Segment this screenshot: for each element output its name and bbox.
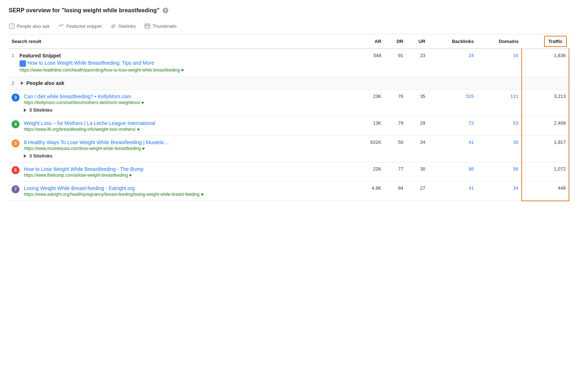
domains-cell: 53 <box>477 117 522 136</box>
ur-cell: 35 <box>406 90 428 117</box>
result-url: https://www.healthline.com/health/parent… <box>20 68 184 73</box>
result-badge: 7 <box>12 185 20 193</box>
backlinks-cell: 515 <box>428 90 476 117</box>
col-dr: DR <box>384 34 406 49</box>
result-url: https://www.llli.org/breastfeeding-info/… <box>24 127 155 132</box>
col-ar: AR <box>355 34 384 49</box>
ar-cell: 13K <box>355 117 384 136</box>
ar-cell: 548 <box>355 49 384 77</box>
traffic-cell: 1,072 <box>522 163 569 182</box>
backlinks-cell: 41 <box>428 182 476 201</box>
traffic-cell: 3,213 <box>522 90 569 117</box>
table-row: 4 Weight Loss – for Mothers | La Leche L… <box>9 117 569 136</box>
ar-cell: 22K <box>355 163 384 182</box>
table-row: 7 Losing Weight While Breast-feeding - E… <box>9 182 569 201</box>
section-label: People also ask <box>26 80 64 86</box>
backlinks-link[interactable]: 515 <box>466 94 474 99</box>
arrow-right-icon <box>21 81 23 85</box>
table-row: 6 How to Lose Weight While Breastfeeding… <box>9 163 569 182</box>
ar-cell: 23K <box>355 90 384 117</box>
backlinks-cell: 41 <box>428 136 476 163</box>
dr-cell: 91 <box>384 49 406 77</box>
result-url: https://www.mustelausa.com/lose-weight-w… <box>24 146 169 151</box>
table-header-row: Search result AR DR UR Backlinks Domains… <box>9 34 569 49</box>
serp-table: Search result AR DR UR Backlinks Domains… <box>9 34 569 201</box>
result-cell: 7 Losing Weight While Breast-feeding - E… <box>9 182 355 201</box>
sitelinks-label: 3 Sitelinks <box>24 153 169 159</box>
filter-people-also-ask-label: People also ask <box>17 23 50 29</box>
featured-snippet-icon: ❝❞ <box>59 23 64 29</box>
dr-cell: 77 <box>384 163 406 182</box>
people-also-ask-icon: ? <box>9 23 14 29</box>
result-link[interactable]: How to Lose Weight While Breastfeeding: … <box>27 60 154 66</box>
traffic-cell <box>522 77 569 90</box>
table-row: 2 People also ask <box>9 77 569 90</box>
filter-bar: ? People also ask ❝❞ Featured snippet Si… <box>9 20 569 34</box>
filter-featured-snippet-label: Featured snippet <box>66 23 102 29</box>
domains-link[interactable]: 56 <box>513 166 518 172</box>
svg-text:❝❞: ❝❞ <box>59 23 64 29</box>
sitelinks-arrow <box>24 154 26 158</box>
filter-people-also-ask[interactable]: ? People also ask <box>9 23 50 29</box>
filter-sitelinks[interactable]: Sitelinks <box>110 23 135 29</box>
ur-cell: 23 <box>406 49 428 77</box>
result-badge: 4 <box>12 120 20 128</box>
result-link[interactable]: Losing Weight While Breast-feeding - Eat… <box>24 185 135 191</box>
result-link[interactable]: How to Lose Weight While Breastfeeding -… <box>24 166 143 172</box>
backlinks-cell: 73 <box>428 117 476 136</box>
ar-cell: 4.8K <box>355 182 384 201</box>
domains-cell: 34 <box>477 182 522 201</box>
snippet-icon <box>20 60 26 67</box>
ar-cell: 631K <box>355 136 384 163</box>
dr-cell: 79 <box>384 117 406 136</box>
help-icon[interactable]: ? <box>163 8 168 13</box>
thumbnails-icon <box>144 23 150 29</box>
result-url: https://www.eatright.org/health/pregnanc… <box>24 192 204 197</box>
result-badge: 3 <box>12 94 20 102</box>
row-number: 2 <box>12 81 18 86</box>
domains-cell: 16 <box>477 49 522 77</box>
backlinks-link[interactable]: 86 <box>469 166 474 172</box>
domains-link[interactable]: 16 <box>513 53 518 58</box>
backlinks-cell: 86 <box>428 163 476 182</box>
svg-rect-7 <box>146 26 147 27</box>
svg-rect-8 <box>148 26 149 27</box>
dr-cell: 76 <box>384 90 406 117</box>
backlinks-link[interactable]: 41 <box>469 139 474 145</box>
traffic-cell: 449 <box>522 182 569 201</box>
backlinks-link[interactable]: 73 <box>469 120 474 126</box>
traffic-cell: 1,917 <box>522 136 569 163</box>
result-link[interactable]: Can I diet while breastfeeding? • KellyM… <box>24 94 131 99</box>
filter-sitelinks-label: Sitelinks <box>118 23 135 29</box>
result-cell: 3 Can I diet while breastfeeding? • Kell… <box>9 90 355 117</box>
sitelinks-arrow <box>24 108 26 112</box>
row-number: 1 <box>12 53 17 58</box>
col-search-result: Search result <box>9 34 355 49</box>
col-backlinks: Backlinks <box>428 34 476 49</box>
result-cell: 5 8 Healthy Ways To Lose Weight While Br… <box>9 136 355 163</box>
domains-link[interactable]: 111 <box>510 94 518 99</box>
sitelinks-icon <box>110 23 116 29</box>
section-label: Featured Snippet <box>20 53 184 59</box>
backlinks-link[interactable]: 24 <box>469 53 474 58</box>
col-ur: UR <box>406 34 428 49</box>
dr-cell: 50 <box>384 136 406 163</box>
backlinks-link[interactable]: 41 <box>469 185 474 191</box>
ur-cell: 30 <box>406 163 428 182</box>
filter-thumbnails[interactable]: Thumbnails <box>144 23 177 29</box>
result-link[interactable]: 8 Healthy Ways To Lose Weight While Brea… <box>24 139 169 145</box>
domains-link[interactable]: 53 <box>513 120 518 126</box>
domains-link[interactable]: 34 <box>513 185 518 191</box>
domains-cell: 56 <box>477 163 522 182</box>
backlinks-cell: 24 <box>428 49 476 77</box>
result-link[interactable]: Weight Loss – for Mothers | La Leche Lea… <box>24 120 155 126</box>
domains-link[interactable]: 30 <box>513 139 518 145</box>
svg-rect-6 <box>148 25 149 26</box>
people-also-ask-cell: 2 People also ask <box>9 77 522 90</box>
result-badge: 5 <box>12 139 20 147</box>
result-url: https://www.thebump.com/a/lose-weight-br… <box>24 173 143 178</box>
result-cell: 6 How to Lose Weight While Breastfeeding… <box>9 163 355 182</box>
svg-rect-4 <box>145 24 150 28</box>
filter-featured-snippet[interactable]: ❝❞ Featured snippet <box>59 23 102 29</box>
result-badge: 6 <box>12 166 20 174</box>
